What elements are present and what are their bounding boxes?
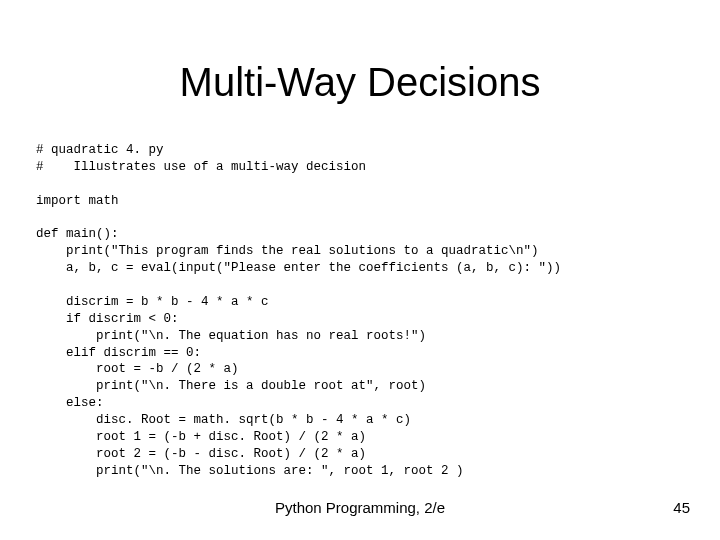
slide-title: Multi-Way Decisions	[0, 60, 720, 105]
footer-text: Python Programming, 2/e	[0, 499, 720, 516]
code-block: # quadratic 4. py # Illustrates use of a…	[36, 142, 684, 480]
page-number: 45	[673, 499, 690, 516]
slide: Multi-Way Decisions # quadratic 4. py # …	[0, 0, 720, 540]
